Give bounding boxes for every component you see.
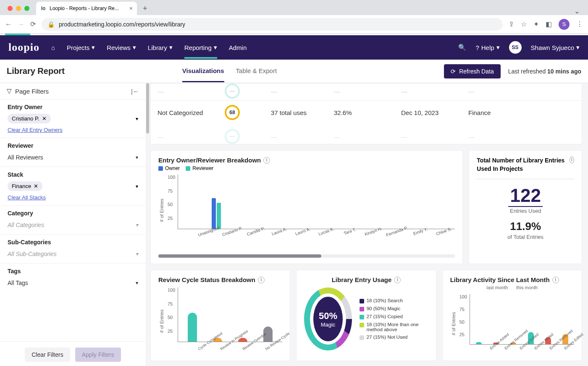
cell-date: Dec 10, 2023 — [401, 109, 468, 116]
browser-toolbar: ← → ⟳ 🔒 productmarketing.loopio.com/repo… — [0, 15, 588, 34]
nav-reporting[interactable]: Reporting ▾ — [184, 44, 217, 51]
kpi-value-label: Entries Used — [477, 208, 574, 214]
nav-home[interactable]: ⌂ — [51, 44, 55, 51]
forward-icon[interactable]: → — [18, 21, 24, 28]
bookmark-icon[interactable]: ☆ — [521, 20, 527, 28]
app-nav: loopio ⌂ Projects ▾ Reviews ▾ Library ▾ … — [0, 35, 588, 60]
table-row[interactable]: — — ———— — [151, 124, 582, 144]
library-activity-card: Library Activity Since Last Month i last… — [442, 270, 582, 361]
info-icon[interactable]: i — [263, 157, 270, 164]
filter-reviewer: Reviewer All Reviewers ▾ — [0, 138, 146, 167]
chevron-down-icon: ▾ — [169, 44, 173, 51]
page-filters-header[interactable]: ▽ Page Filters |← — [0, 83, 146, 99]
tab-visualizations[interactable]: Visualizations — [182, 60, 224, 82]
category-select[interactable]: All Categories ▾ — [8, 220, 138, 230]
nav-admin[interactable]: Admin — [229, 44, 247, 51]
clear-filters-button[interactable]: Clear Filters — [25, 348, 70, 362]
logo[interactable]: loopio — [8, 41, 39, 54]
back-icon[interactable]: ← — [5, 21, 12, 28]
subcategories-select[interactable]: All Sub-Categories ▾ — [8, 249, 138, 259]
filter-footer: Clear Filters Apply Filters — [0, 341, 146, 366]
reload-icon[interactable]: ⟳ — [30, 20, 36, 28]
filter-category: Category All Categories ▾ — [0, 206, 146, 235]
cell-category: Not Categorized — [158, 109, 225, 116]
tab-table-export[interactable]: Table & Export — [236, 60, 277, 82]
y-axis-label: # of Entries — [450, 294, 457, 353]
url-bar[interactable]: 🔒 productmarketing.loopio.com/reports/vi… — [42, 18, 503, 31]
cell-uses: 37 total uses — [271, 109, 334, 116]
panel-icon[interactable]: ◧ — [546, 20, 552, 28]
new-tab-button[interactable]: + — [139, 4, 151, 13]
menu-icon[interactable]: ⋮ — [576, 20, 583, 28]
close-window[interactable] — [8, 6, 13, 11]
table-row[interactable]: Not Categorized 68 37 total uses 32.6% D… — [151, 100, 582, 124]
chart-hscroll[interactable] — [158, 254, 455, 258]
donut-chart: 50% Magic — [304, 288, 352, 350]
info-icon[interactable]: i — [258, 277, 265, 283]
filter-icon: ▽ — [7, 87, 12, 95]
y-axis-label: # of Entries — [158, 175, 165, 246]
user-initials-badge[interactable]: SS — [509, 41, 522, 54]
y-ticks: 100755025 — [457, 294, 470, 345]
info-icon[interactable]: i — [570, 157, 574, 163]
remove-chip-icon[interactable]: ✕ — [42, 115, 47, 122]
y-axis-label: # of Entries — [158, 288, 165, 355]
scrollbar-thumb[interactable] — [146, 83, 149, 133]
kpi-value: 122 — [508, 185, 542, 207]
user-menu[interactable]: Shawn Syjueco ▾ — [531, 44, 580, 51]
dropdown-icon[interactable]: ▾ — [136, 116, 138, 122]
clear-entry-owners-link[interactable]: Clear All Entry Owners — [8, 127, 63, 133]
collapse-sidebar-icon[interactable]: |← — [131, 88, 139, 95]
search-icon[interactable]: 🔍 — [458, 44, 466, 51]
extensions-icon[interactable]: ✦ — [533, 20, 539, 28]
browser-tab[interactable]: lo Loopio - Reports - Library Re... × — [36, 2, 137, 15]
home-icon: ⌂ — [51, 44, 55, 51]
kpi-pct: 11.9% — [477, 220, 574, 233]
reviewer-select[interactable]: All Reviewers ▾ — [8, 152, 138, 162]
nav-projects[interactable]: Projects ▾ — [67, 44, 95, 51]
page-title: Library Report — [7, 66, 65, 76]
browser-chrome: lo Loopio - Reports - Library Re... × + … — [0, 0, 588, 34]
library-entry-usage-card: Library Entry Usage i 50% Magic 18 (10%)… — [296, 270, 436, 361]
bar-chart — [178, 288, 282, 342]
cell-pct: 32.6% — [334, 109, 401, 116]
refresh-data-button[interactable]: ⟳ Refresh Data — [444, 64, 500, 78]
hscroll-thumb[interactable] — [158, 254, 321, 258]
filter-stack: Stack Finance ✕ ▾ Clear All Stacks — [0, 167, 146, 206]
nav-reviews[interactable]: Reviews ▾ — [107, 44, 136, 51]
tabs-overflow-icon[interactable]: ⌄ — [569, 7, 585, 15]
tags-select[interactable]: All Tags ▾ — [8, 278, 138, 288]
bar-chart — [178, 175, 455, 229]
chevron-down-icon: ▾ — [496, 44, 500, 51]
info-icon[interactable]: i — [394, 277, 401, 283]
clear-stacks-link[interactable]: Clear All Stacks — [8, 194, 46, 201]
url-text: productmarketing.loopio.com/reports/view… — [59, 21, 185, 28]
chip-stack[interactable]: Finance ✕ — [8, 181, 42, 191]
remove-chip-icon[interactable]: ✕ — [34, 183, 38, 189]
tab-strip: lo Loopio - Reports - Library Re... × + … — [0, 0, 588, 15]
x-axis-labels: Entries AddedEntries RemovedEntries Edit… — [470, 345, 574, 349]
x-axis-labels: Cycle CompletedReview In ProgressReview … — [178, 343, 282, 347]
dropdown-icon: ▾ — [136, 280, 138, 286]
tab-title: Loopio - Reports - Library Re... — [50, 5, 119, 11]
dropdown-icon[interactable]: ▾ — [136, 183, 138, 189]
donut-legend: 18 (10%) Search90 (50%) Magic27 (15%) Co… — [360, 298, 428, 340]
chip-entry-owner[interactable]: Cristiano P. ✕ — [8, 114, 51, 123]
maximize-window[interactable] — [24, 6, 29, 11]
window-controls[interactable] — [3, 6, 34, 11]
nav-library[interactable]: Library ▾ — [148, 44, 173, 51]
table-row[interactable]: — — ———— — [151, 84, 582, 100]
kpi-pct-label: of Total Entries — [477, 234, 574, 240]
last-refreshed-text: Last refreshed 10 mins ago — [508, 68, 581, 75]
dashboard: — — ———— Not Categorized 68 37 total use… — [146, 83, 588, 366]
close-tab-icon[interactable]: × — [129, 5, 133, 12]
lock-icon: 🔒 — [47, 21, 55, 28]
share-icon[interactable]: ⇪ — [509, 20, 514, 28]
filters-sidebar: ▽ Page Filters |← Entry Owner Cristiano … — [0, 83, 146, 366]
minimize-window[interactable] — [16, 6, 21, 11]
profile-avatar[interactable]: S — [559, 19, 570, 30]
apply-filters-button[interactable]: Apply Filters — [75, 348, 121, 362]
info-icon[interactable]: i — [552, 277, 559, 283]
category-table: — — ———— Not Categorized 68 37 total use… — [150, 83, 582, 144]
nav-help[interactable]: ? Help ▾ — [475, 44, 499, 51]
